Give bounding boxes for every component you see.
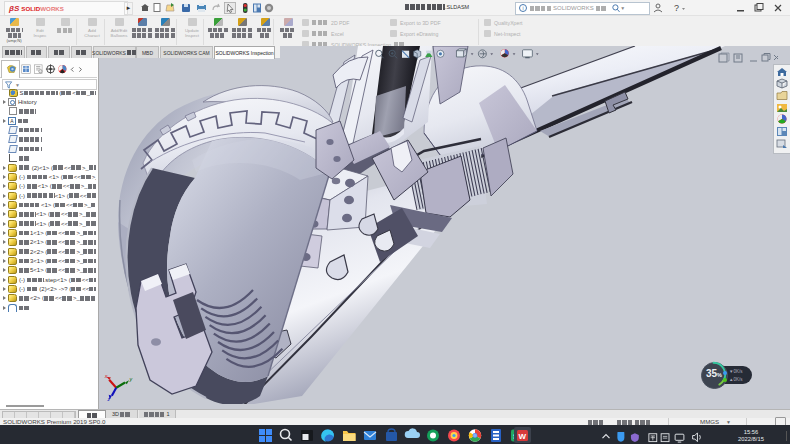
svg-text:y: y — [128, 376, 132, 382]
svg-text:?: ? — [674, 3, 679, 13]
svg-text:z: z — [106, 396, 110, 401]
svg-text:x: x — [104, 373, 108, 379]
svg-text:W: W — [519, 432, 527, 441]
